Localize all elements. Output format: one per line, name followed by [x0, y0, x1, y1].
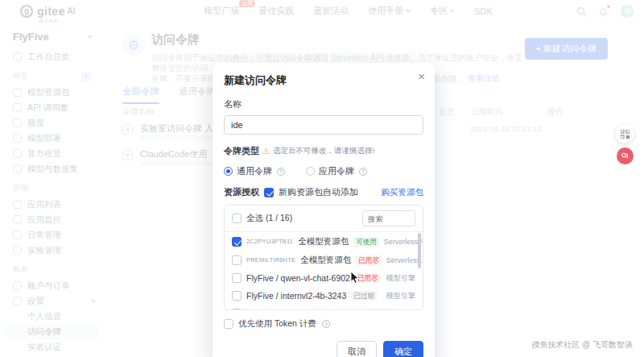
list-scrollbar[interactable]	[418, 233, 421, 268]
buy-resource-link[interactable]: 购买资源包	[382, 187, 424, 198]
qr-code-float-button[interactable]	[615, 124, 634, 143]
help-icon[interactable]: ?	[359, 168, 367, 176]
resource-checkbox[interactable]	[232, 309, 242, 310]
status-tag: 已用尽	[355, 273, 381, 283]
radio-general-token[interactable]	[224, 167, 233, 176]
radio-general-label: 通用令牌	[237, 165, 272, 177]
radio-app-label: 应用令牌	[319, 165, 354, 177]
modal-title: 新建访问令牌	[224, 73, 423, 88]
auto-add-checkbox[interactable]	[264, 188, 274, 197]
token-type-label: 令牌类型	[224, 145, 259, 157]
resource-checkbox[interactable]	[232, 291, 242, 301]
name-label: 名称	[224, 98, 423, 110]
help-icon[interactable]: ?	[322, 320, 330, 328]
token-name-input[interactable]	[224, 115, 423, 135]
status-tag: 已过期	[351, 291, 377, 301]
resource-checkbox[interactable]	[232, 255, 242, 265]
resource-row[interactable]: PREMILTIR6HTE 全模型资源包 已用尽 Serverless API	[225, 251, 423, 269]
watermark-text: 摸鱼技术社区 @ 飞哥数智谈	[531, 339, 633, 351]
cancel-button[interactable]: 取消	[336, 341, 377, 357]
resource-row[interactable]: 2C2PYU3PTB11 全模型资源包 可使用 Serverless API	[225, 232, 423, 251]
radio-app-token[interactable]	[306, 167, 315, 176]
resource-row[interactable]: FlyFive / qwen-vl-chat-6902 已用尽 模型引擎	[225, 269, 423, 287]
help-icon[interactable]: ?	[277, 168, 285, 176]
auto-add-label: 新购资源包自动添加	[279, 186, 358, 198]
resource-checkbox[interactable]	[232, 237, 242, 247]
resource-list: 全选 (1 / 16) 2C2PYU3PTB11 全模型资源包 可使用 Serv…	[224, 205, 423, 310]
close-icon[interactable]: ×	[418, 70, 425, 82]
type-warning-text: 选定后不可修改，请谨慎选择!	[273, 146, 374, 156]
token-billing-label: 优先使用 Token 计费	[238, 318, 316, 330]
resource-row[interactable]: FlyFive / internvl2-4b-3243 已过期 模型引擎	[225, 287, 423, 305]
token-billing-checkbox[interactable]	[224, 319, 233, 329]
confirm-button[interactable]: 确定	[383, 341, 423, 357]
resource-auth-label: 资源授权	[224, 186, 259, 198]
select-all-checkbox[interactable]	[232, 214, 242, 223]
select-all-label: 全选 (1 / 16)	[246, 213, 292, 224]
status-tag: 可使用	[353, 237, 379, 247]
resource-search-input[interactable]	[362, 210, 415, 226]
resource-checkbox[interactable]	[232, 273, 242, 283]
promo-float-button[interactable]	[617, 147, 634, 164]
resource-row[interactable]: FlyFive / qwen2-7b-instruct-&... 已过期 模型引…	[225, 305, 423, 310]
status-tag: 已过期	[368, 309, 394, 310]
warning-icon: ⚠	[262, 147, 270, 156]
new-token-modal: 新建访问令牌 × 名称 令牌类型 ⚠ 选定后不可修改，请谨慎选择! 通用令牌 ?…	[213, 63, 435, 357]
status-tag: 已用尽	[356, 255, 382, 265]
